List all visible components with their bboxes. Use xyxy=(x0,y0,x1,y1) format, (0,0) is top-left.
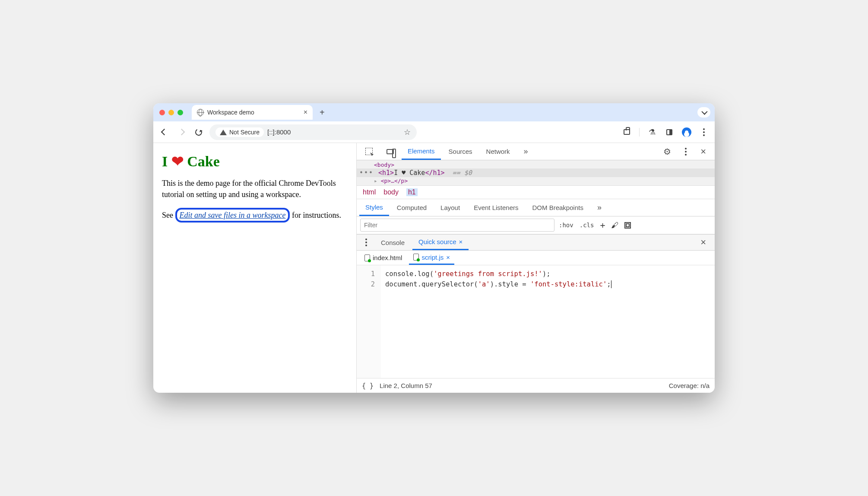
file-icon xyxy=(364,254,370,261)
coverage-status: Coverage: n/a xyxy=(669,382,710,389)
back-button[interactable] xyxy=(158,126,171,139)
divider xyxy=(639,128,640,137)
text: See xyxy=(162,211,175,219)
styles-tabs: Styles Computed Layout Event Listeners D… xyxy=(357,199,715,216)
file-icon xyxy=(413,254,419,261)
device-toggle-button[interactable] xyxy=(380,143,400,160)
styles-filter-input[interactable] xyxy=(360,219,554,232)
highlighted-link: Edit and save files in a workspace xyxy=(175,208,290,223)
tab-sources[interactable]: Sources xyxy=(443,143,478,160)
main-content: I ❤ Cake This is the demo page for the o… xyxy=(153,143,715,393)
link-paragraph: See Edit and save files in a workspace f… xyxy=(162,208,348,223)
settings-button[interactable]: ⚙ xyxy=(657,143,677,160)
breadcrumb-item[interactable]: body xyxy=(383,188,399,196)
more-tabs-button[interactable]: » xyxy=(591,199,608,216)
profile-button[interactable] xyxy=(680,126,693,139)
h1-text: I xyxy=(162,153,171,169)
browser-tab[interactable]: Workspace demo × xyxy=(192,105,313,120)
tag: <h1> xyxy=(378,169,394,177)
ellipsis-icon[interactable]: ••• xyxy=(359,169,374,177)
code-content[interactable]: console.log('greetings from script.js!')… xyxy=(381,265,616,378)
more-tabs-button[interactable]: » xyxy=(518,143,534,160)
format-button[interactable]: { } xyxy=(362,382,374,390)
tab-network[interactable]: Network xyxy=(480,143,516,160)
bookmark-button[interactable]: ☆ xyxy=(404,127,411,137)
new-style-button[interactable]: + xyxy=(600,220,605,230)
tab-styles[interactable]: Styles xyxy=(359,199,389,216)
tab-elements[interactable]: Elements xyxy=(402,143,441,160)
warning-icon xyxy=(220,126,227,135)
tab-dom-breakpoints[interactable]: DOM Breakpoints xyxy=(526,199,589,216)
security-label: Not Secure xyxy=(229,129,260,136)
tab-strip: Workspace demo × + xyxy=(153,103,715,121)
tab-quick-source[interactable]: Quick source × xyxy=(412,235,469,250)
side-panel-button[interactable] xyxy=(663,126,676,139)
file-tab-script[interactable]: script.js × xyxy=(409,251,454,265)
extensions-button[interactable] xyxy=(620,126,633,139)
device-icon xyxy=(386,149,394,154)
drawer-tabs: Console Quick source × × xyxy=(357,234,715,251)
close-devtools-button[interactable]: × xyxy=(694,143,712,160)
reload-button[interactable] xyxy=(192,126,205,139)
inspect-button[interactable] xyxy=(359,143,379,160)
kebab-icon xyxy=(685,148,687,156)
close-window-button[interactable] xyxy=(159,110,165,115)
selection-ref: == $0 xyxy=(453,169,472,177)
labs-button[interactable]: ⚗ xyxy=(646,126,659,139)
file-tab-index[interactable]: index.html xyxy=(360,251,406,265)
close-file-icon[interactable]: × xyxy=(446,254,450,261)
inspect-icon xyxy=(365,148,373,155)
url-text: [::]:8000 xyxy=(267,128,291,136)
drawer-statusbar: { } Line 2, Column 57 Coverage: n/a xyxy=(357,378,715,393)
dom-node-selected[interactable]: ••• <h1>I ♥ Cake</h1> == $0 xyxy=(357,169,715,177)
line-gutter: 12 xyxy=(357,265,381,378)
tab-console[interactable]: Console xyxy=(375,235,411,250)
dom-node[interactable]: <body> xyxy=(357,161,715,169)
heart-icon: ❤ xyxy=(171,153,184,169)
chrome-menu-button[interactable] xyxy=(697,126,710,139)
minimize-window-button[interactable] xyxy=(168,110,174,115)
new-tab-button[interactable]: + xyxy=(316,108,328,118)
forward-button[interactable] xyxy=(175,126,188,139)
devtools-panel: Elements Sources Network » ⚙ × <body> ••… xyxy=(356,143,715,393)
kebab-icon xyxy=(703,128,705,136)
h1-text: Cake xyxy=(184,153,220,169)
tag: </h1> xyxy=(425,169,444,177)
breadcrumb-item[interactable]: html xyxy=(363,188,376,196)
computed-box-icon[interactable] xyxy=(624,222,631,229)
browser-window: Workspace demo × + Not Secure [::]:8000 … xyxy=(153,103,715,393)
kebab-icon xyxy=(365,238,367,246)
devtools-main-tabs: Elements Sources Network » ⚙ × xyxy=(357,143,715,160)
tab-event-listeners[interactable]: Event Listeners xyxy=(468,199,524,216)
dom-breadcrumb: html body h1 xyxy=(357,185,715,199)
panel-icon xyxy=(666,129,672,135)
omnibox[interactable]: Not Secure [::]:8000 ☆ xyxy=(209,124,417,140)
file-tabs: index.html script.js × xyxy=(357,251,715,265)
tab-layout[interactable]: Layout xyxy=(434,199,466,216)
workspace-link[interactable]: Edit and save files in a workspace xyxy=(180,211,286,219)
close-drawer-button[interactable]: × xyxy=(694,235,712,250)
file-name: script.js xyxy=(421,254,444,261)
brush-icon[interactable]: 🖌 xyxy=(611,221,618,229)
close-tab-button[interactable]: × xyxy=(304,108,307,116)
intro-paragraph: This is the demo page for the official C… xyxy=(162,178,348,200)
code-editor[interactable]: 12 console.log('greetings from script.js… xyxy=(357,265,715,378)
tab-title: Workspace demo xyxy=(207,109,254,116)
chevron-down-icon xyxy=(701,109,707,115)
text: for instructions. xyxy=(290,211,341,219)
close-tab-icon[interactable]: × xyxy=(459,238,463,245)
styles-toolbar: :hov .cls + 🖌 xyxy=(357,216,715,234)
tab-list-button[interactable] xyxy=(697,107,710,118)
dom-tree[interactable]: <body> ••• <h1>I ♥ Cake</h1> == $0 ▸ <p>… xyxy=(357,160,715,185)
security-chip[interactable]: Not Secure xyxy=(215,127,264,137)
hover-toggle[interactable]: :hov xyxy=(559,222,573,229)
breadcrumb-item-selected[interactable]: h1 xyxy=(406,188,418,196)
class-toggle[interactable]: .cls xyxy=(580,222,594,229)
maximize-window-button[interactable] xyxy=(177,110,183,115)
file-name: index.html xyxy=(373,254,402,261)
text-node: I ♥ Cake xyxy=(394,169,425,177)
tab-computed[interactable]: Computed xyxy=(391,199,433,216)
drawer-menu-button[interactable] xyxy=(359,235,373,250)
dom-node[interactable]: ▸ <p>…</p> xyxy=(357,177,715,184)
devtools-menu-button[interactable] xyxy=(679,143,693,160)
